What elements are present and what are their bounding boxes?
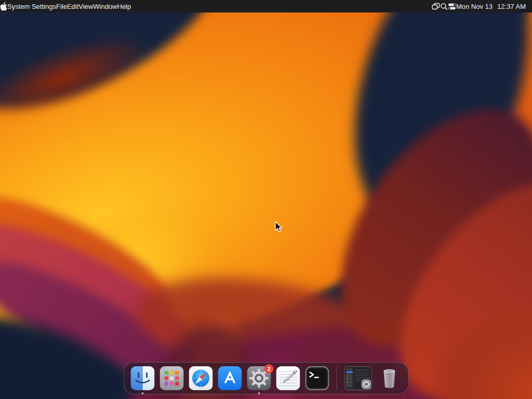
- dock-minimized-window[interactable]: [344, 366, 373, 390]
- desktop-wallpaper[interactable]: [0, 0, 532, 399]
- menu-file[interactable]: File: [56, 0, 67, 12]
- dock-trash[interactable]: [378, 366, 402, 390]
- dock-app-store[interactable]: [218, 366, 242, 390]
- dock-safari[interactable]: [189, 366, 213, 390]
- spotlight-search-icon[interactable]: [440, 0, 448, 12]
- dock-terminal[interactable]: [305, 366, 329, 390]
- dock: 2: [124, 362, 409, 394]
- menu-view[interactable]: View: [78, 0, 93, 12]
- clock-date: Mon Nov 13: [456, 3, 493, 10]
- clock-time: 12:37 AM: [497, 3, 526, 10]
- running-indicator: [258, 392, 260, 394]
- dock-separator: [337, 366, 337, 390]
- notification-badge: 2: [264, 364, 274, 374]
- safari-icon: [189, 366, 213, 390]
- menu-bar-left: System Settings File Edit View Window He…: [0, 0, 131, 12]
- apple-menu[interactable]: [0, 0, 7, 12]
- launchpad-icon: [160, 366, 184, 390]
- minimized-window-thumbnail: [344, 366, 373, 390]
- control-center-icon[interactable]: [448, 0, 456, 12]
- trash-icon: [378, 366, 402, 390]
- window-switcher-icon[interactable]: [431, 0, 440, 12]
- menu-help[interactable]: Help: [117, 0, 131, 12]
- app-menu[interactable]: System Settings: [7, 0, 56, 12]
- dock-launchpad[interactable]: [160, 366, 184, 390]
- apple-logo-icon: [0, 2, 7, 11]
- terminal-icon: [305, 366, 329, 390]
- notes-icon: [276, 366, 300, 390]
- finder-icon: [131, 366, 155, 390]
- dock-system-settings[interactable]: 2: [247, 366, 271, 390]
- menu-window[interactable]: Window: [93, 0, 117, 12]
- app-store-icon: [218, 366, 242, 390]
- menu-bar-right: Mon Nov 13 12:37 AM: [431, 0, 532, 12]
- menu-bar: System Settings File Edit View Window He…: [0, 0, 532, 12]
- running-indicator: [142, 392, 144, 394]
- dock-notes[interactable]: [276, 366, 300, 390]
- dock-finder[interactable]: [131, 366, 155, 390]
- menu-edit[interactable]: Edit: [67, 0, 78, 12]
- menu-bar-clock[interactable]: Mon Nov 13 12:37 AM: [456, 3, 526, 10]
